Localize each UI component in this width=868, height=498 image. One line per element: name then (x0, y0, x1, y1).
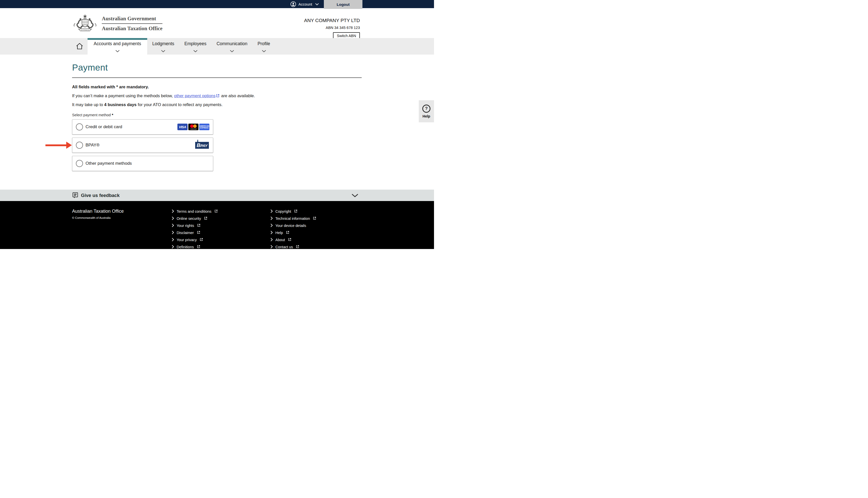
timing-bold: 4 business days (104, 102, 136, 107)
feedback-chevron-down-icon[interactable] (352, 194, 358, 198)
footer-link-about[interactable]: About (271, 236, 317, 244)
company-abn: ABN 34 345 678 123 (304, 26, 360, 30)
bpay-dot (197, 140, 198, 141)
red-arrow-annotation (45, 142, 72, 149)
footer-link-terms[interactable]: Terms and conditions (172, 208, 218, 215)
chevron-right-icon (271, 231, 273, 235)
footer-link-label: Your privacy (177, 238, 197, 242)
company-block: ANY COMPANY PTY LTD ABN 34 345 678 123 S… (304, 18, 360, 39)
card-logos: VISA mastercard AMERICAN EXPRESS (177, 123, 209, 130)
option-credit-debit-card[interactable]: Credit or debit card VISA mastercard AME… (72, 119, 213, 134)
footer-link-label: About (275, 238, 285, 242)
chevron-right-icon (172, 231, 174, 235)
mastercard-logo-icon: mastercard (188, 123, 198, 130)
svg-text:AUSTRALIA: AUSTRALIA (81, 29, 90, 31)
feedback-label: Give us feedback (81, 193, 120, 198)
help-button[interactable]: ? Help (419, 100, 434, 122)
coat-of-arms-icon: AUSTRALIA (72, 14, 98, 34)
topbar-spacer (363, 0, 434, 8)
logout-button[interactable]: Logout (324, 0, 363, 9)
chevron-down-icon (315, 3, 319, 5)
company-name: ANY COMPANY PTY LTD (304, 18, 360, 23)
bpay-logo-icon: BPAY (195, 142, 209, 149)
chevron-right-icon (271, 224, 273, 228)
tab-accounts-and-payments[interactable]: Accounts and payments (88, 38, 147, 55)
feedback-icon (73, 192, 79, 199)
radio-other-payment-methods[interactable] (76, 160, 83, 167)
chevron-right-icon (271, 209, 273, 214)
footer-link-disclaimer[interactable]: Disclaimer (172, 229, 218, 236)
red-arrow-head (66, 142, 72, 149)
chevron-down-icon (161, 48, 165, 54)
org-title: Australian Taxation Office (102, 24, 162, 32)
footer-links-right: Copyright Technical information Your dev… (271, 208, 317, 249)
external-link-icon (197, 231, 200, 235)
external-link-icon (200, 238, 203, 242)
feedback-bar[interactable]: Give us feedback (0, 189, 434, 201)
chevron-right-icon (172, 245, 174, 249)
footer-link-online-security[interactable]: Online security (172, 215, 218, 222)
account-label: Account (299, 2, 312, 6)
note-prefix: If you can’t make a payment using the me… (72, 93, 174, 98)
bpay-b: B (197, 142, 200, 148)
main-nav: Accounts and payments Lodgments Employee… (0, 38, 434, 55)
nav-tabs: Accounts and payments Lodgments Employee… (88, 38, 275, 55)
other-payment-options-link[interactable]: other payment options (174, 93, 215, 98)
tab-lodgments[interactable]: Lodgments (147, 38, 180, 55)
home-icon (76, 46, 83, 51)
chevron-right-icon (271, 245, 273, 249)
mastercard-text: mastercard (188, 128, 198, 130)
tab-label: Communication (216, 41, 248, 47)
chevron-right-icon (172, 217, 174, 221)
visa-logo-icon: VISA (177, 123, 187, 130)
bpay-pay: PAY (200, 143, 207, 148)
footer-link-label: Definitions (177, 245, 194, 249)
select-label-text: Select payment method (72, 113, 111, 117)
required-asterisk: * (112, 113, 113, 117)
footer-link-label: Your device details (275, 224, 306, 228)
external-link-icon (214, 209, 218, 213)
external-link-icon (286, 231, 289, 235)
footer-link-your-privacy[interactable]: Your privacy (172, 236, 218, 244)
top-bar: Account Logout (0, 0, 434, 8)
footer-link-your-rights[interactable]: Your rights (172, 222, 218, 229)
home-button[interactable] (76, 43, 83, 51)
chevron-down-icon (230, 48, 234, 54)
ato-logo: AUSTRALIA Australian Government Australi… (72, 14, 162, 34)
select-payment-method-label: Select payment method * (72, 113, 362, 117)
timing-prefix: It may take up to (72, 102, 104, 107)
footer-link-help[interactable]: Help (271, 229, 317, 236)
footer-link-label: Your rights (177, 224, 194, 228)
footer-link-technical-information[interactable]: Technical information (271, 215, 317, 222)
footer-org: Australian Taxation Office (72, 209, 123, 214)
footer-link-contact-us[interactable]: Contact us (271, 244, 317, 249)
tab-employees[interactable]: Employees (180, 38, 212, 55)
external-link-icon (216, 93, 220, 99)
footer-link-your-device-details[interactable]: Your device details (271, 222, 317, 229)
footer-link-label: Technical information (275, 217, 310, 221)
footer-link-definitions[interactable]: Definitions (172, 244, 218, 249)
tab-profile[interactable]: Profile (252, 38, 275, 55)
external-link-icon (313, 217, 316, 221)
tab-communication[interactable]: Communication (211, 38, 252, 55)
chevron-right-icon (172, 209, 174, 214)
radio-credit-debit-card[interactable] (76, 123, 83, 130)
footer-link-label: Help (275, 231, 283, 235)
external-link-icon (197, 224, 200, 228)
timing-note: It may take up to 4 business days for yo… (72, 102, 362, 107)
chevron-right-icon (271, 217, 273, 221)
gov-title: Australian Government (102, 15, 162, 24)
account-menu[interactable]: Account (290, 0, 324, 8)
help-label: Help (423, 114, 430, 118)
red-arrow-shaft (45, 144, 67, 146)
footer-link-copyright[interactable]: Copyright (271, 208, 317, 215)
visa-text: VISA (179, 125, 186, 129)
title-divider (72, 77, 362, 78)
option-bpay[interactable]: BPAY® BPAY (72, 137, 213, 153)
timing-suffix: for your ATO account to reflect any paym… (136, 102, 223, 107)
radio-bpay[interactable] (76, 142, 83, 149)
option-other-payment-methods[interactable]: Other payment methods (72, 156, 213, 171)
option-label: Other payment methods (86, 161, 132, 166)
bpay-stem (197, 141, 198, 142)
external-link-icon (288, 238, 291, 242)
